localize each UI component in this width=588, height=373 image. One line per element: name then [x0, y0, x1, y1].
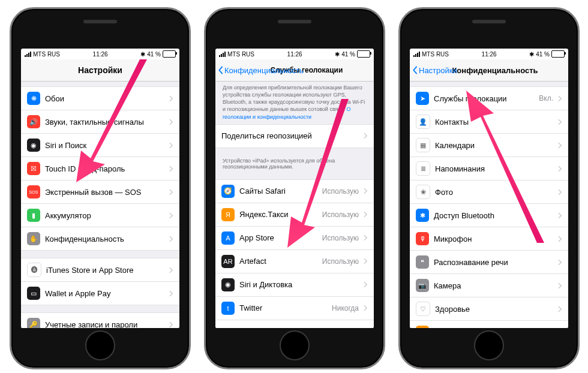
settings-row[interactable]: 🎙Микрофон	[410, 227, 568, 251]
about-link[interactable]: О геолокации и конфиденциальности	[223, 106, 351, 119]
row-label: Siri и Поиск	[45, 141, 164, 150]
settings-row[interactable]: ✋Конфиденциальность	[21, 227, 179, 251]
row-icon: ▭	[27, 287, 40, 300]
settings-row[interactable]: ❀Фото	[410, 181, 568, 204]
row-detail: Использую	[322, 234, 359, 242]
settings-row[interactable]: ≣Напоминания	[410, 157, 568, 181]
row-label: Службы геолокации	[434, 94, 534, 103]
settings-row[interactable]: ◉Siri и Диктовка	[215, 273, 374, 297]
row-label: Учетные записи и пароли	[45, 320, 164, 329]
status-left: MTS RUS	[25, 51, 60, 58]
chevron-right-icon	[558, 282, 562, 289]
nav-title: Настройки	[78, 65, 122, 75]
row-label: Здоровье	[435, 305, 553, 314]
chevron-right-icon	[169, 236, 173, 242]
content[interactable]: ➤Службы геолокацииВкл.👤Контакты▦Календар…	[410, 82, 568, 328]
screen-3: MTS RUS 11:26 ✱ 41 % Настройки Конфиденц…	[410, 49, 568, 328]
back-button[interactable]: Конфиденциальность	[218, 66, 304, 75]
back-label: Конфиденциальность	[224, 66, 304, 75]
settings-row[interactable]: ▦Календари	[410, 134, 568, 157]
settings-row[interactable]: 📷Камера	[410, 274, 568, 297]
chevron-right-icon	[558, 236, 562, 242]
row-detail: Использую	[322, 257, 359, 266]
chevron-right-icon	[558, 142, 562, 149]
row-icon: 🔑	[27, 318, 40, 328]
row-label: Обои	[45, 94, 164, 103]
settings-row[interactable]: 🔑Учетные записи и пароли	[21, 312, 179, 328]
share-location-row[interactable]: Поделиться геопозицией	[215, 124, 374, 148]
back-button[interactable]: Настройки	[412, 66, 457, 75]
share-note: Устройство «iPad» используется для обмен…	[215, 155, 374, 172]
row-icon: 🅐	[27, 263, 41, 277]
row-detail: Никогда	[332, 304, 359, 312]
chevron-right-icon	[558, 259, 562, 266]
carrier: MTS RUS	[422, 51, 449, 58]
row-label: Конфиденциальность	[45, 234, 164, 243]
settings-row[interactable]: ❋Обои	[21, 86, 179, 110]
row-detail: Использую	[322, 187, 359, 195]
settings-row[interactable]: ▮Аккумулятор	[21, 204, 179, 227]
nav-title: Конфиденциальность	[452, 66, 538, 75]
row-label: Камера	[434, 281, 553, 290]
bt-icon: ✱	[335, 51, 340, 58]
settings-row[interactable]: ☒Touch ID и код-пароль	[21, 157, 179, 181]
settings-row[interactable]: 🔊Звуки, тактильные сигналы	[21, 110, 179, 134]
phone-3: MTS RUS 11:26 ✱ 41 % Настройки Конфиденц…	[398, 7, 580, 369]
settings-row[interactable]: ➤Службы геолокацииВкл.	[410, 86, 568, 110]
settings-row[interactable]: 👤Контакты	[410, 110, 568, 134]
chevron-right-icon	[169, 189, 173, 195]
row-icon: ▮	[27, 209, 40, 222]
phone-1: MTS RUS 11:26 ✱ 41 % Настройки ❋Обои🔊Зву…	[10, 7, 191, 369]
settings-row[interactable]: tTwitterНикогда	[215, 297, 374, 320]
settings-row[interactable]: ♡Здоровье	[410, 297, 568, 321]
row-icon: ➤	[416, 92, 429, 105]
settings-row[interactable]: AApp StoreИспользую	[215, 227, 374, 250]
chevron-right-icon	[364, 133, 368, 139]
chevron-right-icon	[169, 267, 173, 273]
row-icon: SOS	[27, 185, 40, 198]
status-left: MTS RUS	[413, 51, 449, 58]
chevron-right-icon	[364, 211, 368, 218]
screen-1: MTS RUS 11:26 ✱ 41 % Настройки ❋Обои🔊Зву…	[21, 49, 179, 328]
batt-pct: 41 %	[536, 51, 550, 58]
chevron-right-icon	[558, 95, 562, 102]
chevron-right-icon	[558, 119, 562, 125]
row-label: Сайты Safari	[239, 186, 317, 195]
chevron-right-icon	[364, 258, 368, 264]
row-label: Аккумулятор	[45, 211, 164, 220]
settings-row[interactable]: ✱Доступ Bluetooth	[410, 204, 568, 227]
settings-row[interactable]: ARArtefactИспользую	[215, 250, 374, 273]
row-icon: 🎙	[416, 232, 429, 245]
settings-row[interactable]: 🧭Сайты SafariИспользую	[215, 179, 374, 203]
signal-icon	[25, 52, 31, 57]
battery-icon	[357, 50, 370, 58]
row-icon: ✋	[27, 232, 40, 245]
status-bar: MTS RUS 11:26 ✱ 41 %	[21, 49, 179, 59]
settings-row[interactable]: ❝Распознавание речи	[410, 251, 568, 274]
row-label: Twitter	[239, 303, 327, 312]
content[interactable]: Для определения приблизительной геолокац…	[215, 82, 374, 328]
row-label: Календари	[435, 141, 553, 150]
chevron-right-icon	[558, 306, 562, 312]
settings-row[interactable]: 🅐iTunes Store и App Store	[21, 258, 179, 282]
system-services-row[interactable]: Системные службы	[215, 320, 374, 328]
row-icon: t	[221, 302, 235, 315]
status-right: ✱ 41 %	[529, 50, 565, 58]
settings-row[interactable]: ▭Wallet и Apple Pay	[21, 282, 179, 305]
row-icon: A	[221, 231, 235, 245]
bt-icon: ✱	[529, 51, 534, 58]
settings-row[interactable]: ⌂HomeKit	[410, 321, 568, 328]
settings-row[interactable]: ЯЯндекс.ТаксиИспользую	[215, 203, 374, 227]
chevron-right-icon	[558, 189, 562, 195]
row-icon: 🧭	[221, 185, 235, 198]
settings-row[interactable]: ◉Siri и Поиск	[21, 134, 179, 157]
row-label: Artefact	[239, 257, 317, 266]
phone-2: MTS RUS 11:26 ✱ 41 % Конфиденциальность …	[204, 7, 385, 369]
chevron-right-icon	[169, 95, 173, 102]
row-detail: Использую	[322, 210, 359, 219]
carrier: MTS RUS	[227, 51, 254, 58]
settings-row[interactable]: SOSЭкстренный вызов — SOS	[21, 181, 179, 204]
chevron-right-icon	[558, 166, 562, 172]
content[interactable]: ❋Обои🔊Звуки, тактильные сигналы◉Siri и П…	[21, 82, 179, 328]
batt-pct: 41 %	[341, 51, 355, 58]
